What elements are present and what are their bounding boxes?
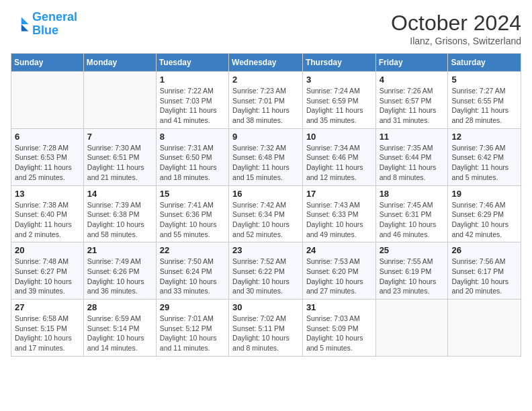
day-number: 21 [87,245,152,255]
day-number: 5 [451,75,517,85]
svg-marker-1 [21,24,29,32]
day-number: 24 [306,245,372,255]
day-number: 29 [160,302,225,312]
header-saturday: Saturday [448,54,521,72]
calendar-cell: 16Sunrise: 7:42 AM Sunset: 6:34 PM Dayli… [229,185,303,242]
svg-marker-0 [21,17,29,24]
day-info: Sunrise: 7:36 AM Sunset: 6:42 PM Dayligh… [451,143,517,183]
calendar-cell: 23Sunrise: 7:52 AM Sunset: 6:22 PM Dayli… [229,242,303,300]
logo-text: General Blue [32,11,77,38]
day-number: 23 [232,245,299,255]
day-info: Sunrise: 7:42 AM Sunset: 6:34 PM Dayligh… [232,200,299,240]
calendar-cell [448,300,521,357]
day-number: 8 [160,132,225,142]
day-number: 2 [232,75,299,85]
header-wednesday: Wednesday [229,54,303,72]
day-info: Sunrise: 7:46 AM Sunset: 6:29 PM Dayligh… [451,200,517,240]
day-info: Sunrise: 7:50 AM Sunset: 6:24 PM Dayligh… [160,257,225,296]
day-number: 1 [160,75,225,85]
calendar-cell: 1Sunrise: 7:22 AM Sunset: 7:03 PM Daylig… [156,72,228,129]
day-number: 10 [306,132,372,142]
calendar-cell: 26Sunrise: 7:56 AM Sunset: 6:17 PM Dayli… [448,242,521,300]
day-number: 14 [87,189,152,199]
calendar-cell: 14Sunrise: 7:39 AM Sunset: 6:38 PM Dayli… [83,185,156,242]
day-number: 13 [15,189,80,199]
logo-icon [11,15,30,34]
calendar-cell [375,300,448,357]
logo: General Blue [11,11,77,38]
calendar-header: Sunday Monday Tuesday Wednesday Thursday… [11,54,521,72]
day-info: Sunrise: 7:26 AM Sunset: 6:57 PM Dayligh… [380,86,445,126]
day-number: 22 [160,245,225,255]
calendar-cell: 27Sunrise: 6:58 AM Sunset: 5:15 PM Dayli… [11,300,84,357]
day-info: Sunrise: 7:24 AM Sunset: 6:59 PM Dayligh… [306,86,372,126]
day-number: 17 [306,189,372,199]
day-info: Sunrise: 7:30 AM Sunset: 6:51 PM Dayligh… [87,143,152,183]
day-number: 30 [232,302,299,312]
day-info: Sunrise: 7:55 AM Sunset: 6:19 PM Dayligh… [380,257,445,296]
day-info: Sunrise: 7:28 AM Sunset: 6:53 PM Dayligh… [15,143,80,183]
calendar-table: Sunday Monday Tuesday Wednesday Thursday… [11,53,521,357]
month-title: October 2024 [391,11,521,36]
calendar-cell: 19Sunrise: 7:46 AM Sunset: 6:29 PM Dayli… [448,185,521,242]
day-number: 25 [380,245,445,255]
day-info: Sunrise: 6:59 AM Sunset: 5:14 PM Dayligh… [87,314,152,353]
calendar-cell [83,72,156,129]
day-info: Sunrise: 7:56 AM Sunset: 6:17 PM Dayligh… [451,257,517,296]
day-info: Sunrise: 7:38 AM Sunset: 6:40 PM Dayligh… [15,200,80,240]
calendar-body: 1Sunrise: 7:22 AM Sunset: 7:03 PM Daylig… [11,72,521,357]
day-number: 6 [15,132,80,142]
calendar-cell: 7Sunrise: 7:30 AM Sunset: 6:51 PM Daylig… [83,128,156,185]
calendar-cell: 8Sunrise: 7:31 AM Sunset: 6:50 PM Daylig… [156,128,228,185]
calendar-cell: 30Sunrise: 7:02 AM Sunset: 5:11 PM Dayli… [229,300,303,357]
calendar-cell: 2Sunrise: 7:23 AM Sunset: 7:01 PM Daylig… [229,72,303,129]
header-monday: Monday [83,54,156,72]
day-info: Sunrise: 7:52 AM Sunset: 6:22 PM Dayligh… [232,257,299,296]
day-number: 16 [232,189,299,199]
calendar-cell: 22Sunrise: 7:50 AM Sunset: 6:24 PM Dayli… [156,242,228,300]
day-number: 9 [232,132,299,142]
day-number: 12 [451,132,517,142]
day-number: 15 [160,189,225,199]
calendar-cell: 10Sunrise: 7:34 AM Sunset: 6:46 PM Dayli… [302,128,375,185]
header-tuesday: Tuesday [156,54,228,72]
day-number: 19 [451,189,517,199]
day-info: Sunrise: 7:35 AM Sunset: 6:44 PM Dayligh… [380,143,445,183]
calendar-cell: 28Sunrise: 6:59 AM Sunset: 5:14 PM Dayli… [83,300,156,357]
day-info: Sunrise: 6:58 AM Sunset: 5:15 PM Dayligh… [15,314,80,353]
day-number: 26 [451,245,517,255]
day-number: 20 [15,245,80,255]
day-info: Sunrise: 7:27 AM Sunset: 6:55 PM Dayligh… [451,86,517,126]
day-info: Sunrise: 7:22 AM Sunset: 7:03 PM Dayligh… [160,86,225,126]
day-info: Sunrise: 7:45 AM Sunset: 6:31 PM Dayligh… [380,200,445,240]
calendar-cell: 18Sunrise: 7:45 AM Sunset: 6:31 PM Dayli… [375,185,448,242]
day-number: 7 [87,132,152,142]
header-sunday: Sunday [11,54,84,72]
page-header: General Blue October 2024 Ilanz, Grisons… [11,11,521,46]
calendar-cell: 12Sunrise: 7:36 AM Sunset: 6:42 PM Dayli… [448,128,521,185]
day-info: Sunrise: 7:48 AM Sunset: 6:27 PM Dayligh… [15,257,80,296]
day-number: 3 [306,75,372,85]
calendar-cell: 4Sunrise: 7:26 AM Sunset: 6:57 PM Daylig… [375,72,448,129]
calendar-cell: 21Sunrise: 7:49 AM Sunset: 6:26 PM Dayli… [83,242,156,300]
day-info: Sunrise: 7:31 AM Sunset: 6:50 PM Dayligh… [160,143,225,183]
calendar-cell: 20Sunrise: 7:48 AM Sunset: 6:27 PM Dayli… [11,242,84,300]
day-info: Sunrise: 7:43 AM Sunset: 6:33 PM Dayligh… [306,200,372,240]
day-info: Sunrise: 7:49 AM Sunset: 6:26 PM Dayligh… [87,257,152,296]
day-number: 27 [15,302,80,312]
day-info: Sunrise: 7:41 AM Sunset: 6:36 PM Dayligh… [160,200,225,240]
day-number: 28 [87,302,152,312]
calendar-cell: 6Sunrise: 7:28 AM Sunset: 6:53 PM Daylig… [11,128,84,185]
day-number: 31 [306,302,372,312]
calendar-cell: 5Sunrise: 7:27 AM Sunset: 6:55 PM Daylig… [448,72,521,129]
day-info: Sunrise: 7:53 AM Sunset: 6:20 PM Dayligh… [306,257,372,296]
calendar-cell: 3Sunrise: 7:24 AM Sunset: 6:59 PM Daylig… [302,72,375,129]
calendar-cell [11,72,84,129]
calendar-cell: 13Sunrise: 7:38 AM Sunset: 6:40 PM Dayli… [11,185,84,242]
location-subtitle: Ilanz, Grisons, Switzerland [391,36,521,46]
calendar-cell: 29Sunrise: 7:01 AM Sunset: 5:12 PM Dayli… [156,300,228,357]
calendar-cell: 24Sunrise: 7:53 AM Sunset: 6:20 PM Dayli… [302,242,375,300]
day-number: 18 [380,189,445,199]
day-info: Sunrise: 7:01 AM Sunset: 5:12 PM Dayligh… [160,314,225,353]
header-friday: Friday [375,54,448,72]
